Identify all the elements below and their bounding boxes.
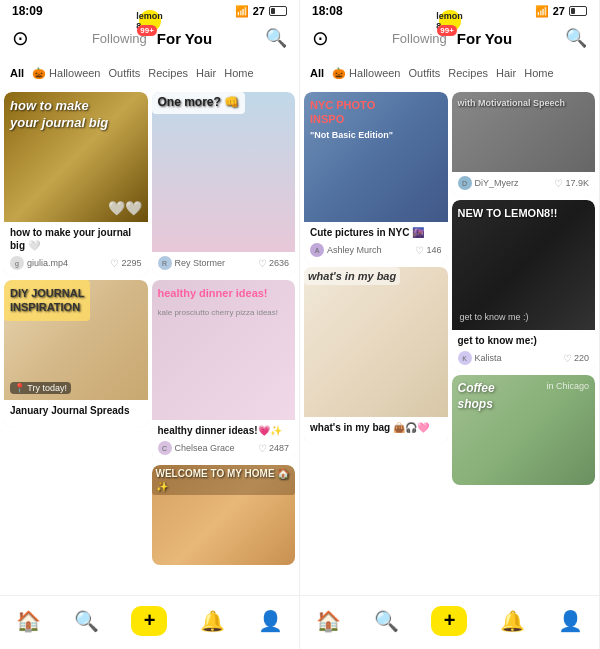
nav-user-right[interactable]: 👤	[558, 609, 583, 633]
category-bar-right: All 🎃 Halloween Outfits Recipes Hair Hom…	[300, 58, 599, 88]
col1-left: how to makeyour journal big 🤍🤍 how to ma…	[4, 92, 148, 565]
avatar-dinner: C	[158, 441, 172, 455]
bottom-nav-left: 🏠 🔍 + 🔔 👤	[0, 595, 299, 649]
author-journal: g giulia.mp4	[10, 256, 68, 270]
content-left: how to makeyour journal big 🤍🤍 how to ma…	[0, 88, 299, 595]
try-today-badge: 📍 Try today!	[10, 382, 71, 394]
img-bag: what's in my bag	[304, 267, 448, 417]
card-bottom-one-more: R Rey Stormer ♡ 2636	[152, 252, 296, 276]
face-scan-icon-left[interactable]: ⊙	[12, 26, 29, 50]
status-icons-right: 📶 27	[535, 5, 587, 18]
nav-search-right[interactable]: 🔍	[374, 609, 399, 633]
bottom-nav-right: 🏠 🔍 + 🔔 👤	[300, 595, 599, 649]
img-nyc: NYC PHOTOINSPO"Not Basic Edition"	[304, 92, 448, 222]
signal-left: 27	[253, 5, 265, 17]
cat-hair-right[interactable]: Hair	[496, 66, 516, 80]
card-title-lemon8: get to know me:)	[458, 334, 590, 347]
nav-plus-right[interactable]: +	[431, 606, 467, 636]
nav-home-left[interactable]: 🏠	[16, 609, 41, 633]
battery-icon-left	[269, 6, 287, 16]
card-title-diy: January Journal Spreads	[10, 404, 142, 417]
nav-user-left[interactable]: 👤	[258, 609, 283, 633]
likes-journal: ♡ 2295	[110, 258, 141, 269]
cat-outfits-left[interactable]: Outfits	[108, 66, 140, 80]
cat-home-right[interactable]: Home	[524, 66, 553, 80]
col1-right: NYC PHOTOINSPO"Not Basic Edition" Cute p…	[304, 92, 448, 485]
cat-outfits-right[interactable]: Outfits	[408, 66, 440, 80]
cat-recipes-right[interactable]: Recipes	[448, 66, 488, 80]
img-motivational: with Motivational Speech	[452, 92, 596, 172]
img-diy-journal: DIY JOURNALINSPIRATION 📍 Try today!	[4, 280, 148, 400]
search-icon-right[interactable]: 🔍	[565, 27, 587, 49]
face-scan-icon-right[interactable]: ⊙	[312, 26, 329, 50]
card-bottom-diy: January Journal Spreads	[4, 400, 148, 427]
nav-bell-left[interactable]: 🔔	[200, 609, 225, 633]
overlay-diy: DIY JOURNALINSPIRATION	[4, 280, 90, 321]
nav-search-left[interactable]: 🔍	[74, 609, 99, 633]
likes-lemon8: ♡ 220	[563, 353, 589, 364]
col2-left: One more? 👊 R Rey Stormer ♡ 2636	[152, 92, 296, 565]
author-motivational: D DiY_Myerz	[458, 176, 519, 190]
badge-right: 99+	[437, 25, 457, 36]
header-left: ⊙ lemon8 Following 99+ For You 🔍	[0, 20, 299, 58]
cat-all-right[interactable]: All	[310, 66, 324, 80]
card-meta-nyc: A Ashley Murch ♡ 146	[310, 243, 442, 257]
author-nyc: A Ashley Murch	[310, 243, 382, 257]
cat-hair-left[interactable]: Hair	[196, 66, 216, 80]
status-icons-left: 📶 27	[235, 5, 287, 18]
card-meta-lemon8: K Kalista ♡ 220	[458, 351, 590, 365]
masonry-left: how to makeyour journal big 🤍🤍 how to ma…	[4, 92, 295, 565]
likes-one-more: ♡ 2636	[258, 258, 289, 269]
overlay-coffee: Coffeeshops	[452, 375, 501, 418]
card-title-nyc: Cute pictures in NYC 🌆	[310, 226, 442, 239]
card-dinner[interactable]: healthy dinner ideas! kale prosciutto ch…	[152, 280, 296, 461]
cat-halloween-right[interactable]: 🎃 Halloween	[332, 66, 400, 81]
author-one-more: R Rey Stormer	[158, 256, 226, 270]
heart-icon-one-more: ♡	[258, 258, 267, 269]
cat-halloween-left[interactable]: 🎃 Halloween	[32, 66, 100, 81]
coffee-location: in Chicago	[546, 381, 589, 391]
wifi-icon-right: 📶	[535, 5, 549, 18]
following-tab-right[interactable]: Following 99+	[388, 29, 451, 48]
overlay-dinner: healthy dinner ideas!	[152, 280, 274, 306]
avatar-journal: g	[10, 256, 24, 270]
card-lemon8-new[interactable]: NEW TO LEMON8!! get to know me :) get to…	[452, 200, 596, 371]
card-bottom-journal: how to make your journal big 🤍 g giulia.…	[4, 222, 148, 276]
card-one-more[interactable]: One more? 👊 R Rey Stormer ♡ 2636	[152, 92, 296, 276]
card-diy-journal[interactable]: DIY JOURNALINSPIRATION 📍 Try today! Janu…	[4, 280, 148, 427]
following-tab-left[interactable]: Following 99+	[88, 29, 151, 48]
overlay-nyc: NYC PHOTOINSPO"Not Basic Edition"	[304, 92, 399, 147]
nav-home-right[interactable]: 🏠	[316, 609, 341, 633]
overlay-one-more: One more? 👊	[152, 92, 246, 114]
card-meta-motivational: D DiY_Myerz ♡ 17.9K	[458, 176, 590, 190]
nav-bell-right[interactable]: 🔔	[500, 609, 525, 633]
avatar-nyc: A	[310, 243, 324, 257]
cat-recipes-left[interactable]: Recipes	[148, 66, 188, 80]
col2-right: with Motivational Speech D DiY_Myerz ♡ 1…	[452, 92, 596, 485]
nav-plus-left[interactable]: +	[131, 606, 167, 636]
cat-home-left[interactable]: Home	[224, 66, 253, 80]
card-home-left[interactable]: WELCOME TO MY HOME 🏠✨	[152, 465, 296, 565]
card-bottom-lemon8: get to know me:) K Kalista ♡ 220	[452, 330, 596, 371]
card-coffee[interactable]: Coffeeshops in Chicago	[452, 375, 596, 485]
card-bottom-dinner: healthy dinner ideas!💗✨ C Chelsea Grace …	[152, 420, 296, 461]
card-bottom-nyc: Cute pictures in NYC 🌆 A Ashley Murch ♡ …	[304, 222, 448, 263]
img-journal-big: how to makeyour journal big 🤍🤍	[4, 92, 148, 222]
likes-dinner: ♡ 2487	[258, 443, 289, 454]
nav-tabs-right: Following 99+ For You	[339, 28, 565, 49]
card-bottom-bag: what's in my bag 👜🎧🩷	[304, 417, 448, 444]
cat-all-left[interactable]: All	[10, 66, 24, 80]
card-bag[interactable]: what's in my bag what's in my bag 👜🎧🩷	[304, 267, 448, 444]
time-right: 18:08	[312, 4, 343, 18]
search-icon-left[interactable]: 🔍	[265, 27, 287, 49]
heart-icon-journal: ♡	[110, 258, 119, 269]
overlay-motivational: with Motivational Speech	[452, 92, 572, 116]
card-title-dinner: healthy dinner ideas!💗✨	[158, 424, 290, 437]
signal-right: 27	[553, 5, 565, 17]
card-journal-big[interactable]: how to makeyour journal big 🤍🤍 how to ma…	[4, 92, 148, 276]
heart-icon-dinner: ♡	[258, 443, 267, 454]
right-phone: 18:08 📶 27 ⊙ lemon8 Following 99+ For Yo…	[300, 0, 600, 649]
card-motivational[interactable]: with Motivational Speech D DiY_Myerz ♡ 1…	[452, 92, 596, 196]
card-nyc[interactable]: NYC PHOTOINSPO"Not Basic Edition" Cute p…	[304, 92, 448, 263]
hearts-journal: 🤍🤍	[108, 200, 142, 216]
